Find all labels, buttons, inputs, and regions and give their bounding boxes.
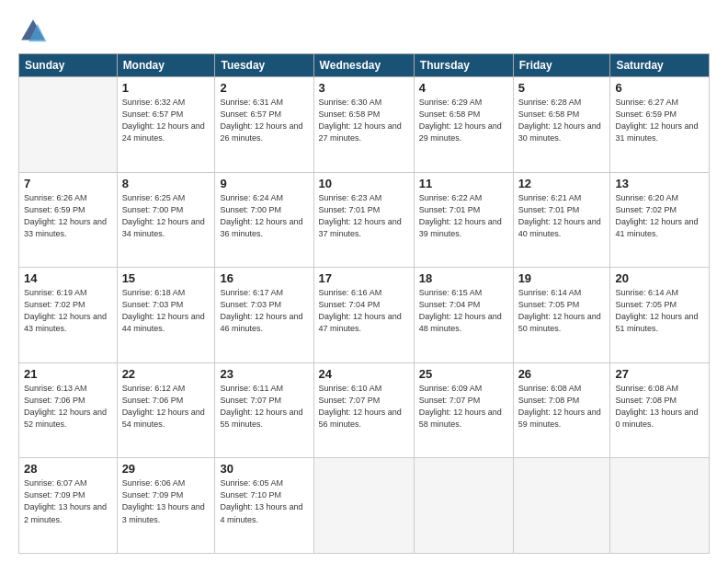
weekday-header: Friday <box>513 54 610 77</box>
day-info: Sunrise: 6:14 AM Sunset: 7:05 PM Dayligh… <box>615 287 704 335</box>
day-info: Sunrise: 6:06 AM Sunset: 7:09 PM Dayligh… <box>122 477 210 525</box>
day-number: 18 <box>419 271 508 285</box>
day-info: Sunrise: 6:08 AM Sunset: 7:08 PM Dayligh… <box>615 383 704 431</box>
day-number: 27 <box>615 367 704 381</box>
calendar-cell: 13Sunrise: 6:20 AM Sunset: 7:02 PM Dayli… <box>610 172 710 268</box>
day-number: 19 <box>518 271 606 285</box>
day-number: 13 <box>615 177 704 190</box>
calendar-cell: 21Sunrise: 6:13 AM Sunset: 7:06 PM Dayli… <box>19 362 118 458</box>
page: SundayMondayTuesdayWednesdayThursdayFrid… <box>0 0 728 563</box>
calendar-cell: 25Sunrise: 6:09 AM Sunset: 7:07 PM Dayli… <box>414 362 513 458</box>
day-number: 24 <box>319 367 409 381</box>
calendar-cell: 3Sunrise: 6:30 AM Sunset: 6:58 PM Daylig… <box>313 77 414 173</box>
calendar-cell: 2Sunrise: 6:31 AM Sunset: 6:57 PM Daylig… <box>215 77 313 173</box>
calendar-week-row: 7Sunrise: 6:26 AM Sunset: 6:59 PM Daylig… <box>19 172 710 268</box>
calendar-cell: 17Sunrise: 6:16 AM Sunset: 7:04 PM Dayli… <box>313 268 414 363</box>
day-info: Sunrise: 6:12 AM Sunset: 7:06 PM Dayligh… <box>122 383 210 431</box>
calendar-cell: 16Sunrise: 6:17 AM Sunset: 7:03 PM Dayli… <box>215 268 313 363</box>
day-info: Sunrise: 6:13 AM Sunset: 7:06 PM Dayligh… <box>24 383 112 431</box>
header <box>18 17 710 46</box>
day-number: 4 <box>419 81 508 95</box>
day-number: 28 <box>24 462 112 476</box>
weekday-row: SundayMondayTuesdayWednesdayThursdayFrid… <box>19 54 710 77</box>
day-number: 22 <box>122 367 210 381</box>
calendar-cell: 1Sunrise: 6:32 AM Sunset: 6:57 PM Daylig… <box>117 77 215 173</box>
day-number: 20 <box>615 271 704 285</box>
calendar-cell: 30Sunrise: 6:05 AM Sunset: 7:10 PM Dayli… <box>215 458 313 554</box>
calendar-cell: 10Sunrise: 6:23 AM Sunset: 7:01 PM Dayli… <box>313 172 414 268</box>
day-info: Sunrise: 6:24 AM Sunset: 7:00 PM Dayligh… <box>220 192 308 240</box>
calendar-cell: 27Sunrise: 6:08 AM Sunset: 7:08 PM Dayli… <box>610 362 710 458</box>
weekday-header: Tuesday <box>215 54 313 77</box>
day-info: Sunrise: 6:20 AM Sunset: 7:02 PM Dayligh… <box>615 192 704 240</box>
day-info: Sunrise: 6:23 AM Sunset: 7:01 PM Dayligh… <box>319 192 409 240</box>
day-number: 7 <box>24 177 112 190</box>
day-number: 26 <box>518 367 606 381</box>
day-number: 14 <box>24 271 112 285</box>
day-number: 16 <box>220 271 308 285</box>
calendar-cell: 15Sunrise: 6:18 AM Sunset: 7:03 PM Dayli… <box>117 268 215 363</box>
calendar-week-row: 14Sunrise: 6:19 AM Sunset: 7:02 PM Dayli… <box>19 268 710 363</box>
weekday-header: Thursday <box>414 54 513 77</box>
day-info: Sunrise: 6:10 AM Sunset: 7:07 PM Dayligh… <box>319 383 409 431</box>
day-info: Sunrise: 6:18 AM Sunset: 7:03 PM Dayligh… <box>122 287 210 335</box>
day-number: 6 <box>615 81 704 95</box>
calendar-cell: 7Sunrise: 6:26 AM Sunset: 6:59 PM Daylig… <box>19 172 118 268</box>
day-number: 2 <box>220 81 308 95</box>
day-info: Sunrise: 6:15 AM Sunset: 7:04 PM Dayligh… <box>419 287 508 335</box>
day-number: 11 <box>419 177 508 190</box>
calendar-cell: 23Sunrise: 6:11 AM Sunset: 7:07 PM Dayli… <box>215 362 313 458</box>
weekday-header: Saturday <box>610 54 710 77</box>
day-number: 10 <box>319 177 409 190</box>
calendar-cell: 19Sunrise: 6:14 AM Sunset: 7:05 PM Dayli… <box>513 268 610 363</box>
weekday-header: Sunday <box>19 54 118 77</box>
day-info: Sunrise: 6:27 AM Sunset: 6:59 PM Dayligh… <box>615 97 704 144</box>
day-info: Sunrise: 6:32 AM Sunset: 6:57 PM Dayligh… <box>122 97 210 144</box>
calendar-cell <box>513 458 610 554</box>
day-info: Sunrise: 6:07 AM Sunset: 7:09 PM Dayligh… <box>24 477 112 525</box>
day-number: 23 <box>220 367 308 381</box>
calendar-cell <box>610 458 710 554</box>
day-info: Sunrise: 6:22 AM Sunset: 7:01 PM Dayligh… <box>419 192 508 240</box>
calendar: SundayMondayTuesdayWednesdayThursdayFrid… <box>18 53 710 554</box>
day-info: Sunrise: 6:11 AM Sunset: 7:07 PM Dayligh… <box>220 383 308 431</box>
day-number: 15 <box>122 271 210 285</box>
calendar-cell: 8Sunrise: 6:25 AM Sunset: 7:00 PM Daylig… <box>117 172 215 268</box>
calendar-cell: 6Sunrise: 6:27 AM Sunset: 6:59 PM Daylig… <box>610 77 710 173</box>
day-info: Sunrise: 6:08 AM Sunset: 7:08 PM Dayligh… <box>518 383 606 431</box>
day-info: Sunrise: 6:21 AM Sunset: 7:01 PM Dayligh… <box>518 192 606 240</box>
calendar-cell: 20Sunrise: 6:14 AM Sunset: 7:05 PM Dayli… <box>610 268 710 363</box>
calendar-cell: 14Sunrise: 6:19 AM Sunset: 7:02 PM Dayli… <box>19 268 118 363</box>
day-number: 29 <box>122 462 210 476</box>
calendar-week-row: 28Sunrise: 6:07 AM Sunset: 7:09 PM Dayli… <box>19 458 710 554</box>
calendar-week-row: 21Sunrise: 6:13 AM Sunset: 7:06 PM Dayli… <box>19 362 710 458</box>
day-info: Sunrise: 6:05 AM Sunset: 7:10 PM Dayligh… <box>220 477 308 525</box>
day-number: 21 <box>24 367 112 381</box>
day-number: 25 <box>419 367 508 381</box>
weekday-header: Wednesday <box>313 54 414 77</box>
calendar-body: 1Sunrise: 6:32 AM Sunset: 6:57 PM Daylig… <box>19 77 710 554</box>
day-number: 8 <box>122 177 210 190</box>
day-number: 12 <box>518 177 606 190</box>
day-info: Sunrise: 6:30 AM Sunset: 6:58 PM Dayligh… <box>319 97 409 144</box>
calendar-cell: 26Sunrise: 6:08 AM Sunset: 7:08 PM Dayli… <box>513 362 610 458</box>
logo <box>18 17 51 46</box>
calendar-cell <box>19 77 118 173</box>
calendar-cell: 29Sunrise: 6:06 AM Sunset: 7:09 PM Dayli… <box>117 458 215 554</box>
calendar-cell: 24Sunrise: 6:10 AM Sunset: 7:07 PM Dayli… <box>313 362 414 458</box>
day-info: Sunrise: 6:14 AM Sunset: 7:05 PM Dayligh… <box>518 287 606 335</box>
weekday-header: Monday <box>117 54 215 77</box>
day-info: Sunrise: 6:17 AM Sunset: 7:03 PM Dayligh… <box>220 287 308 335</box>
calendar-cell <box>414 458 513 554</box>
day-info: Sunrise: 6:09 AM Sunset: 7:07 PM Dayligh… <box>419 383 508 431</box>
day-info: Sunrise: 6:28 AM Sunset: 6:58 PM Dayligh… <box>518 97 606 144</box>
day-number: 30 <box>220 462 308 476</box>
calendar-cell: 18Sunrise: 6:15 AM Sunset: 7:04 PM Dayli… <box>414 268 513 363</box>
calendar-cell: 22Sunrise: 6:12 AM Sunset: 7:06 PM Dayli… <box>117 362 215 458</box>
day-number: 9 <box>220 177 308 190</box>
calendar-cell: 4Sunrise: 6:29 AM Sunset: 6:58 PM Daylig… <box>414 77 513 173</box>
calendar-cell: 5Sunrise: 6:28 AM Sunset: 6:58 PM Daylig… <box>513 77 610 173</box>
day-number: 17 <box>319 271 409 285</box>
calendar-cell: 9Sunrise: 6:24 AM Sunset: 7:00 PM Daylig… <box>215 172 313 268</box>
day-info: Sunrise: 6:25 AM Sunset: 7:00 PM Dayligh… <box>122 192 210 240</box>
